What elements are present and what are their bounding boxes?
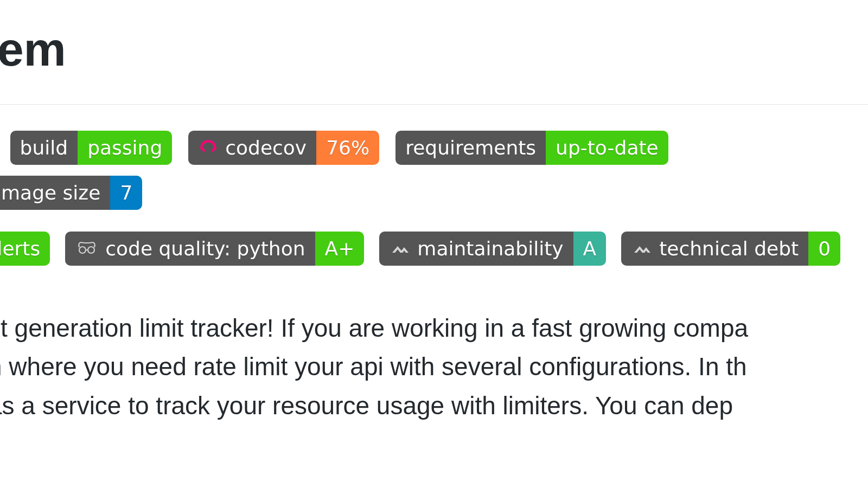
badge-code-quality[interactable]: code quality: python A+ — [65, 232, 364, 266]
badge-code-quality-value: A+ — [315, 232, 365, 266]
badge-technical-debt-label: technical debt — [659, 232, 799, 266]
badge-code-quality-label-seg: code quality: python — [65, 232, 315, 266]
badge-technical-debt-label-seg: technical debt — [621, 232, 808, 266]
badge-image-size-label: image size — [0, 176, 100, 210]
badge-image-size[interactable]: image size 7 — [0, 176, 142, 210]
badge-requirements-value: up-to-date — [546, 131, 668, 165]
badge-alerts-value: 0 alerts — [0, 232, 50, 266]
svg-point-6 — [88, 247, 94, 253]
badge-build-value: passing — [78, 131, 172, 165]
codeclimate-icon — [631, 242, 653, 256]
badge-codecov-value: 76% — [316, 131, 379, 165]
desc-line-1: xt generation limit tracker! If you are … — [0, 309, 868, 348]
repo-title: p'em — [0, 0, 868, 105]
repo-description: xt generation limit tracker! If you are … — [0, 266, 868, 425]
badge-codecov[interactable]: codecov 76% — [188, 131, 379, 165]
badge-maintainability-label: maintainability — [417, 232, 563, 266]
badge-row-2: 0 alerts code quality: python A+ — [0, 232, 868, 266]
badge-requirements[interactable]: requirements up-to-date — [395, 131, 668, 165]
lgtm-icon — [75, 241, 99, 257]
badge-image-size-value: 7 — [110, 176, 142, 210]
badge-codecov-label: codecov — [225, 131, 307, 165]
svg-point-5 — [79, 247, 86, 253]
badge-alerts[interactable]: 0 alerts — [0, 232, 50, 266]
desc-line-2: n where you need rate limit your api wit… — [0, 348, 868, 386]
badge-build-label: build — [10, 131, 78, 165]
badge-build[interactable]: build passing — [10, 131, 173, 165]
badge-maintainability-value: A — [573, 232, 607, 266]
badge-codecov-label-seg: codecov — [188, 131, 316, 165]
badge-maintainability-label-seg: maintainability — [379, 232, 573, 266]
badge-code-quality-label: code quality: python — [105, 232, 305, 266]
codeclimate-icon — [389, 242, 411, 256]
desc-line-3: as a service to track your resource usag… — [0, 387, 868, 425]
badge-technical-debt[interactable]: technical debt 0 — [621, 232, 840, 266]
badge-image-size-label-seg: image size — [0, 176, 110, 210]
badge-maintainability[interactable]: maintainability A — [379, 232, 606, 266]
codecov-icon — [198, 138, 219, 158]
badge-row-1: IT build passing codecov 76% requirement… — [0, 105, 868, 210]
badge-requirements-label: requirements — [395, 131, 546, 165]
badge-technical-debt-value: 0 — [808, 232, 840, 266]
